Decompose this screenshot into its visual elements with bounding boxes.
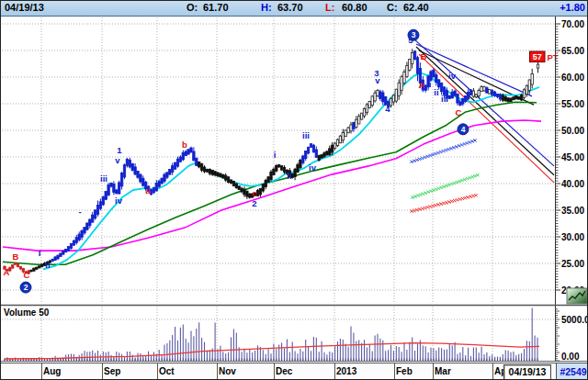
- wave-label: v: [375, 75, 380, 85]
- wave-label: A: [4, 267, 10, 277]
- wave-label: iii: [100, 173, 107, 184]
- month-label: Nov: [219, 366, 236, 376]
- open-value: 61.70: [203, 2, 229, 13]
- month-label: Aug: [43, 366, 61, 376]
- month-label: Dec: [276, 366, 292, 376]
- svg-text:57: 57: [533, 52, 542, 61]
- price-axis-label: 35.00: [561, 206, 584, 216]
- wave-label: C: [456, 107, 462, 117]
- close-value: 62.40: [403, 2, 429, 13]
- wave-label: B: [421, 51, 427, 61]
- chart-window: 04/19/13 O: 61.70 H: 63.70 L: 60.80 C: 6…: [0, 0, 588, 380]
- wave-label: c: [252, 188, 256, 198]
- wave-label: a: [145, 185, 151, 196]
- close-label: C:: [387, 2, 398, 13]
- wave-label: i: [274, 150, 277, 160]
- high-label: H:: [261, 2, 272, 13]
- price-target-marker: 57PT: [530, 51, 559, 62]
- wave-label: i: [429, 79, 432, 89]
- wave-label: B: [13, 251, 19, 262]
- quote-date: 04/19/13: [5, 2, 44, 13]
- wave-label: 1: [117, 145, 122, 155]
- wave-label: -: [84, 222, 86, 232]
- wave-label: iii: [302, 130, 310, 140]
- low-value: 60.80: [342, 2, 368, 13]
- chart-canvas[interactable]: ABC2III--iiiivv1abiiiiiiivc23v453BAiiiii…: [1, 17, 588, 362]
- month-divider: [274, 363, 275, 380]
- wave-label: iv: [309, 162, 317, 173]
- wave-label: A: [419, 80, 425, 90]
- month-divider: [492, 363, 493, 380]
- price-axis-label: 55.00: [561, 99, 584, 109]
- month-divider: [102, 363, 103, 380]
- wave-label: ii: [434, 87, 438, 97]
- month-divider: [157, 363, 158, 380]
- wave-label: v: [458, 96, 464, 106]
- wave-label: II: [45, 260, 50, 270]
- month-label: Sep: [104, 366, 120, 376]
- price-axis-label: 30.00: [561, 232, 584, 242]
- wave-label: -: [78, 207, 81, 217]
- low-label: L:: [325, 2, 334, 13]
- open-label: O:: [187, 2, 198, 13]
- month-divider: [394, 363, 395, 380]
- price-axis-label: 65.00: [561, 46, 584, 56]
- time-axis: AugSepOctNovDec2013FebMarAp 04/19/13 #25…: [1, 363, 588, 380]
- wave-label: iii: [441, 94, 448, 104]
- chart-background: [1, 17, 588, 362]
- volume-axis-label: 0.00: [561, 352, 580, 362]
- net-change: +1.80: [560, 2, 585, 13]
- volume-indicator-label: Volume 50: [4, 307, 49, 318]
- month-divider: [41, 363, 42, 380]
- month-divider: [334, 363, 335, 380]
- quote-bar: 04/19/13 O: 61.70 H: 63.70 L: 60.80 C: 6…: [1, 1, 588, 17]
- wave-label: I: [39, 248, 41, 258]
- wave-label: C: [24, 270, 30, 280]
- wave-label: 2: [252, 198, 256, 208]
- price-axis-label: 60.00: [561, 73, 584, 83]
- price-axis-label: 45.00: [561, 152, 584, 162]
- current-date-box: 04/19/13: [503, 364, 551, 380]
- month-divider: [217, 363, 218, 380]
- wave-label: iv: [448, 71, 457, 81]
- wave-label: iv: [115, 196, 123, 206]
- bar-number-badge: #2549: [556, 363, 588, 380]
- month-divider: [433, 363, 434, 380]
- svg-text:3: 3: [412, 30, 416, 39]
- mini-chart-icon: [567, 288, 587, 304]
- wave-label: b: [182, 140, 187, 150]
- svg-text:4: 4: [461, 125, 466, 134]
- wave-label: ii: [287, 171, 291, 181]
- wave-label: 4: [385, 104, 390, 114]
- month-label: Mar: [435, 366, 451, 376]
- price-axis-label: 70.00: [561, 19, 584, 29]
- price-axis-label: 40.00: [561, 179, 584, 189]
- svg-text:2: 2: [24, 283, 28, 292]
- price-axis-label: 25.00: [561, 259, 584, 269]
- wave-label: v: [115, 155, 120, 165]
- month-label: Oct: [159, 366, 175, 376]
- month-label: Feb: [396, 366, 413, 376]
- high-value: 63.70: [277, 2, 303, 13]
- volume-axis-label: 5000.0: [561, 315, 588, 325]
- month-label: 2013: [336, 366, 356, 376]
- price-axis-label: 50.00: [561, 126, 584, 136]
